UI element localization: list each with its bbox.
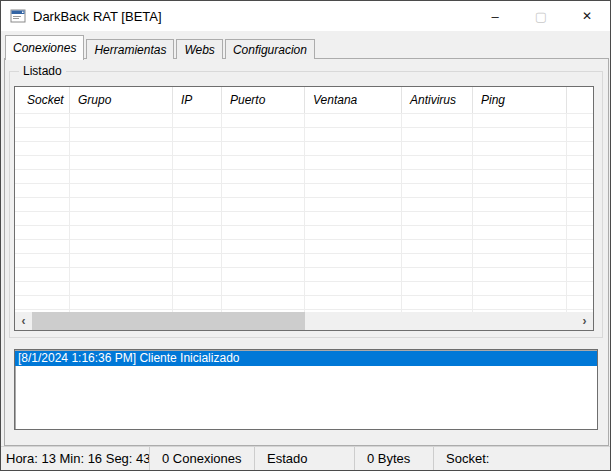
status-panel-estado: Estado xyxy=(255,447,355,470)
tab-webs[interactable]: Webs xyxy=(176,39,222,59)
log-item[interactable]: [8/1/2024 1:16:36 PM] Cliente Inicializa… xyxy=(15,351,597,366)
status-panel-socket-: Socket: xyxy=(434,447,610,470)
status-panel-0-bytes: 0 Bytes xyxy=(355,447,434,470)
scroll-right-icon[interactable]: › xyxy=(576,312,593,330)
close-button[interactable]: ✕ xyxy=(564,1,610,31)
app-window: DarkBack RAT [BETA] – ▢ ✕ ConexionesHerr… xyxy=(0,0,611,471)
status-bar: Hora: 13 Min: 16 Seg: 430 ConexionesEsta… xyxy=(1,446,610,470)
column-header-ip[interactable]: IP xyxy=(173,87,222,113)
scrollbar-track[interactable] xyxy=(32,312,576,330)
maximize-button: ▢ xyxy=(518,1,564,31)
scrollbar-thumb[interactable] xyxy=(32,312,305,330)
grid-line xyxy=(304,114,305,312)
column-header-grupo[interactable]: Grupo xyxy=(70,87,173,113)
grid-line xyxy=(472,114,473,312)
listview-header: SocketGrupoIPPuertoVentanaAntivirusPing xyxy=(15,87,593,114)
column-header-antivirus[interactable]: Antivirus xyxy=(402,87,473,113)
grid-line xyxy=(69,114,70,312)
minimize-button[interactable]: – xyxy=(472,1,518,31)
listview-body[interactable] xyxy=(15,114,593,312)
grid-line xyxy=(401,114,402,312)
column-header-ventana[interactable]: Ventana xyxy=(305,87,402,113)
grid-line xyxy=(566,114,567,312)
window-controls: – ▢ ✕ xyxy=(472,1,610,31)
tab-configuracion[interactable]: Configuracion xyxy=(225,39,315,59)
listado-groupbox-label: Listado xyxy=(19,64,66,79)
title-bar: DarkBack RAT [BETA] – ▢ ✕ xyxy=(1,1,610,31)
connections-listview[interactable]: SocketGrupoIPPuertoVentanaAntivirusPing … xyxy=(14,86,594,331)
status-panel-0-conexiones: 0 Conexiones xyxy=(150,447,255,470)
status-panel-hora-13-min-16-seg-43: Hora: 13 Min: 16 Seg: 43 xyxy=(1,447,150,470)
log-listbox[interactable]: [8/1/2024 1:16:36 PM] Cliente Inicializa… xyxy=(14,349,598,430)
tab-strip: ConexionesHerramientasWebsConfiguracion xyxy=(1,31,610,59)
window-title: DarkBack RAT [BETA] xyxy=(33,9,162,24)
column-header-socket[interactable]: Socket xyxy=(15,87,70,113)
horizontal-scrollbar[interactable]: ‹ › xyxy=(15,312,593,330)
scroll-left-icon[interactable]: ‹ xyxy=(15,312,32,330)
tab-herramientas[interactable]: Herramientas xyxy=(86,39,174,59)
app-icon xyxy=(10,8,26,24)
grid-line xyxy=(172,114,173,312)
column-header-puerto[interactable]: Puerto xyxy=(222,87,305,113)
grid-line xyxy=(221,114,222,312)
column-header-ping[interactable]: Ping xyxy=(473,87,567,113)
tab-conexiones[interactable]: Conexiones xyxy=(5,35,84,60)
